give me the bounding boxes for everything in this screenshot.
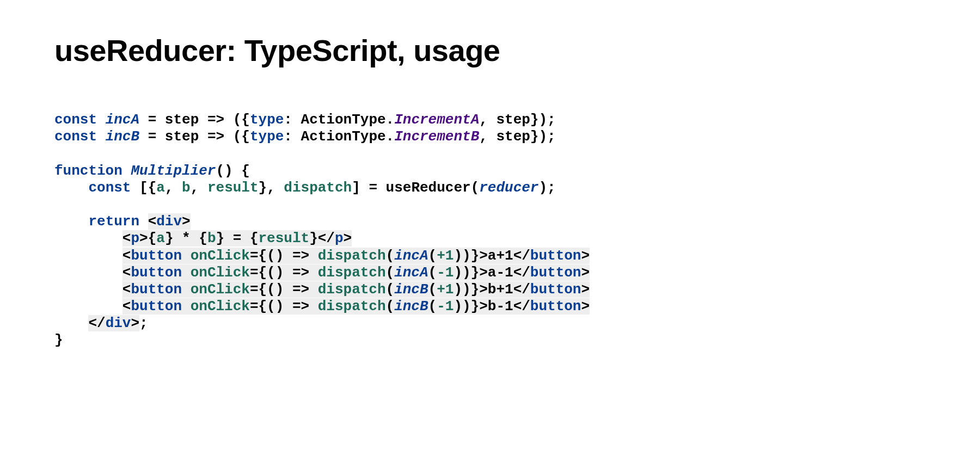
indent: [54, 230, 122, 247]
arrow: =>: [199, 112, 232, 128]
var-dispatch: dispatch: [318, 298, 386, 315]
number: +1: [437, 248, 454, 264]
param: step: [165, 112, 199, 128]
slide: useReducer: TypeScript, usage const incA…: [0, 0, 980, 462]
paren: (: [428, 298, 437, 315]
tag-button: button: [131, 248, 182, 264]
var-result: result: [259, 230, 310, 247]
btn-text: b-1: [488, 298, 513, 315]
code-line-btn4: <button onClick={() => dispatch(incB(-1)…: [54, 298, 590, 315]
key-type: type: [250, 128, 284, 145]
brace: },: [259, 180, 284, 196]
var-b: b: [182, 180, 191, 196]
paren: ))}: [454, 264, 479, 281]
keyword-return: return: [88, 213, 139, 230]
var-dispatch: dispatch: [318, 248, 386, 264]
code-line-5: return <div>: [54, 213, 191, 230]
var-dispatch: dispatch: [318, 264, 386, 281]
number: -1: [437, 264, 454, 281]
lt: </: [318, 230, 335, 247]
arrow: {() =>: [259, 248, 318, 264]
gt: >: [344, 230, 352, 247]
paren: (: [386, 281, 395, 298]
eq: =: [250, 281, 259, 298]
var-dispatch: dispatch: [318, 281, 386, 298]
code-block: const incA = step => ({type: ActionType.…: [54, 112, 926, 349]
var-dispatch: dispatch: [284, 180, 352, 196]
lt: <: [122, 264, 131, 281]
brace: }: [309, 230, 318, 247]
tag-button: button: [131, 264, 182, 281]
brace: }: [54, 332, 63, 348]
gt: >: [182, 213, 191, 230]
brace: ({: [233, 112, 250, 128]
text: } * {: [165, 230, 207, 247]
colon: :: [284, 128, 301, 145]
gt: >: [581, 264, 590, 281]
lt: <: [148, 213, 157, 230]
arrow: =>: [199, 128, 232, 145]
indent: [54, 298, 122, 315]
eq: =: [250, 264, 259, 281]
space: [139, 213, 148, 230]
rest: () {: [216, 163, 249, 179]
enum-member: IncrementB: [394, 128, 479, 145]
code-line-btn2: <button onClick={() => dispatch(incA(-1)…: [54, 264, 590, 281]
keyword-const: const: [88, 180, 131, 196]
tag-button: button: [131, 298, 182, 315]
space: [122, 163, 131, 179]
code-line-btn3: <button onClick={() => dispatch(incB(+1)…: [54, 281, 590, 298]
semi: ;: [139, 315, 148, 331]
space: [182, 248, 191, 264]
lt: </: [513, 264, 530, 281]
arrow: {() =>: [259, 298, 318, 315]
btn-text: b+1: [488, 281, 513, 298]
key-type: type: [250, 112, 284, 128]
eq: =: [250, 248, 259, 264]
paren: ))}: [454, 281, 479, 298]
paren: (: [428, 281, 437, 298]
keyword-const: const: [54, 112, 97, 128]
lt: </: [88, 315, 105, 331]
eq: =: [250, 298, 259, 315]
rest: );: [538, 180, 555, 196]
gt: >: [131, 315, 139, 331]
op: =: [139, 112, 165, 128]
btn-text: a-1: [488, 264, 513, 281]
var-result: result: [207, 180, 259, 196]
gt: >: [479, 264, 488, 281]
paren: (: [386, 298, 395, 315]
lt: </: [513, 281, 530, 298]
code-line-2: const incB = step => ({type: ActionType.…: [54, 128, 556, 145]
gt: >: [479, 281, 488, 298]
indent: [54, 281, 122, 298]
op: =: [139, 128, 165, 145]
param: step: [165, 128, 199, 145]
tag-div: div: [156, 213, 182, 230]
rest: ] = useReducer(: [352, 180, 479, 196]
identifier-incB: incB: [394, 281, 428, 298]
identifier-incA: incA: [106, 112, 139, 128]
indent: [54, 248, 122, 264]
indent: [54, 264, 122, 281]
attr-onclick: onClick: [191, 281, 250, 298]
identifier-incA: incA: [394, 264, 428, 281]
btn-text: a+1: [488, 248, 513, 264]
code-line-btn1: <button onClick={() => dispatch(incA(+1)…: [54, 248, 590, 264]
tag-div: div: [106, 315, 131, 331]
tag-button: button: [530, 281, 581, 298]
paren: ))}: [454, 298, 479, 315]
space: [182, 298, 191, 315]
tag-button: button: [530, 248, 581, 264]
attr-onclick: onClick: [191, 298, 250, 315]
space: [131, 180, 139, 196]
indent: [54, 180, 88, 196]
gt: >: [581, 248, 590, 264]
paren: (: [386, 248, 395, 264]
tag-button: button: [131, 281, 182, 298]
colon: :: [284, 112, 301, 128]
paren: (: [386, 264, 395, 281]
comma: ,: [165, 180, 182, 196]
var-b: b: [207, 230, 216, 247]
paren: (: [428, 264, 437, 281]
